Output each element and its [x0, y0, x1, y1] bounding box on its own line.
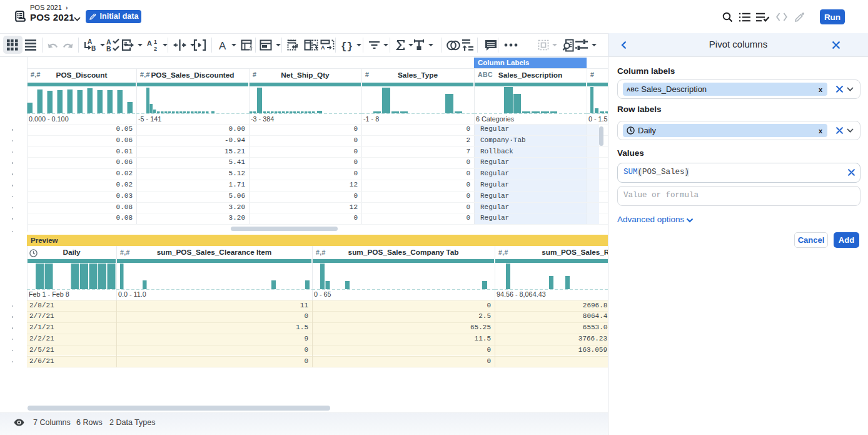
svg-text:B: B	[106, 45, 111, 52]
svg-text:2: 2	[154, 46, 157, 52]
svg-text:A: A	[88, 38, 92, 45]
svg-text:B: B	[91, 45, 96, 52]
svg-text:A: A	[147, 39, 152, 47]
svg-text:A: A	[219, 40, 226, 51]
svg-text:A: A	[321, 44, 325, 51]
svg-text:A: A	[106, 38, 111, 46]
svg-text:{}: {}	[341, 41, 353, 52]
svg-text:1: 1	[154, 39, 157, 45]
